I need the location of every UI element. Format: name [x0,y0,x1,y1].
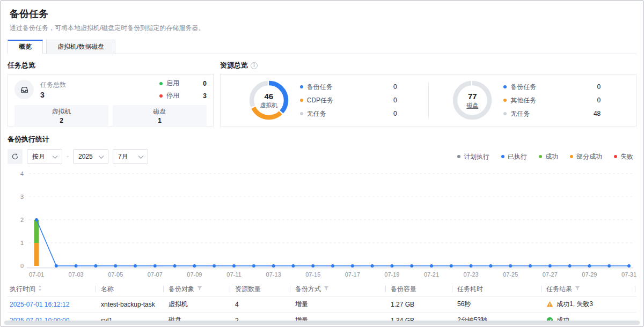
legend-dot-icon [503,85,507,88]
type-value: 2 [14,117,108,124]
svg-text:2: 2 [20,217,24,223]
resource-group: 77磁盘备份任务0其他任务0无任务48 [429,80,632,121]
legend-item: 备份任务0 [503,83,608,92]
donut-center: 77磁盘 [452,80,493,121]
column-header-3: 资源数量 [230,282,290,296]
column-header-label: 备份对象 [169,285,194,294]
sort-icon[interactable] [38,285,42,293]
backup-execution-chart: 0123407-0107-0307-0507-0707-0907-1107-13… [8,166,636,281]
svg-text:07-25: 07-25 [503,271,518,278]
year-select[interactable]: 2025 [73,149,108,164]
status-dot-icon [159,94,163,98]
cell-size: 1.27 GB [385,301,452,308]
chart-legend-item[interactable]: 失败 [614,152,633,161]
legend-dot-icon [300,112,303,115]
select-value: 按月 [32,152,45,161]
filter-icon[interactable] [575,285,580,293]
donut-value: 46 [264,92,273,101]
legend-label: 备份任务 [307,83,333,92]
task-overview-card: 任务总数 3 启用0停用3 虚拟机2磁盘1 [8,74,214,127]
type-box: 虚拟机2 [14,105,108,127]
type-box: 磁盘1 [113,105,207,127]
legend-label: 无任务 [307,109,326,118]
chart-legend-dot-icon [614,155,617,158]
column-header-label: 备份容量 [391,285,416,294]
cell-count: 4 [230,301,290,308]
chart-legend-label: 部分成功 [576,152,602,161]
table-header-row: 执行时间名称备份对象资源数量备份方式备份容量任务耗时任务结果 [8,282,636,296]
page-subtitle: 通过备份任务，可将本地虚拟机/磁盘定时备份到指定的存储服务器。 [10,24,634,33]
legend-label: 备份任务 [510,83,536,92]
chevron-down-icon [53,153,58,159]
chart-legend-item[interactable]: 计划执行 [457,152,489,161]
backup-stats-label: 备份执行统计 [8,135,49,144]
chart-legend-label: 已执行 [508,152,527,161]
legend-label: CDP任务 [307,96,333,105]
tab-0[interactable]: 概览 [8,40,43,54]
legend-item: 备份任务0 [300,83,405,92]
column-header-6: 任务耗时 [452,282,541,296]
result-text: 成功1, 失败3 [557,300,593,309]
resource-overview-card: 46虚拟机备份任务0CDP任务0无任务077磁盘备份任务0其他任务0无任务48 [220,74,636,127]
page: 备份任务 通过备份任务，可将本地虚拟机/磁盘定时备份到指定的存储服务器。 概览虚… [1,1,643,326]
stats-filters: 按月-20257月 [27,149,148,164]
tab-1[interactable]: 虚拟机/数据磁盘 [46,40,115,54]
filter-icon[interactable] [324,285,329,293]
type-value: 1 [113,117,207,124]
column-header-label: 资源数量 [235,285,261,294]
chart-legend-item[interactable]: 成功 [539,152,558,161]
section-title-backup-stats: 备份执行统计 [8,135,636,144]
task-type-summary: 虚拟机2磁盘1 [14,105,207,127]
svg-text:07-01: 07-01 [29,271,44,278]
period-type-select[interactable]: 按月 [27,149,62,164]
donut-chart: 77磁盘 [452,80,493,121]
status-label: 停用 [166,91,179,100]
column-header-2[interactable]: 备份对象 [163,282,230,296]
legend-value: 0 [597,83,609,91]
select-value: 2025 [78,153,93,160]
legend-dot-icon [503,99,507,102]
chart-legend-item[interactable]: 已执行 [501,152,527,161]
svg-text:07-23: 07-23 [464,271,479,278]
info-icon[interactable]: i [251,62,258,69]
cell-time[interactable]: 2025-07-01 16:12:12 [8,301,96,308]
resource-legend: 备份任务0其他任务0无任务48 [503,83,608,118]
tab-bar: 概览虚拟机/数据磁盘 [8,39,636,54]
legend-label: 其他任务 [510,96,536,105]
chart-legend: 计划执行已执行成功部分成功失败 [457,152,636,161]
status-value: 3 [203,92,207,100]
legend-value: 0 [393,96,405,104]
svg-text:07-29: 07-29 [582,271,597,278]
page-title: 备份任务 [10,8,634,20]
month-select[interactable]: 7月 [113,149,148,164]
column-header-0[interactable]: 执行时间 [8,282,96,296]
select-value: 7月 [118,152,128,161]
filter-icon[interactable] [197,285,202,293]
cell-target: 虚拟机 [163,300,230,309]
column-header-4[interactable]: 备份方式 [290,282,385,296]
status-value: 0 [203,80,207,87]
refresh-button[interactable] [8,149,23,164]
horizontal-scrollbar[interactable] [4,321,640,325]
svg-text:07-07: 07-07 [148,271,163,278]
legend-dot-icon [300,99,303,102]
cell-name: xntest-backup-task [96,301,163,308]
status-item: 启用0 [159,79,207,88]
cell-duration: 56秒 [452,300,541,309]
legend-value: 0 [597,96,609,104]
chart-legend-item[interactable]: 部分成功 [570,152,602,161]
svg-text:07-09: 07-09 [187,271,202,278]
donut-value: 77 [468,92,477,101]
donut-center: 46虚拟机 [248,80,289,121]
status-label: 启用 [166,79,179,88]
legend-value: 0 [393,110,405,117]
legend-item: 无任务0 [300,109,405,118]
column-header-7[interactable]: 任务结果 [541,282,636,296]
column-header-5: 备份容量 [385,282,452,296]
chevron-down-icon [99,153,104,159]
chevron-down-icon [138,153,144,159]
svg-text:07-17: 07-17 [345,271,360,278]
chart-legend-dot-icon [501,155,504,158]
filter-separator: - [67,153,69,160]
svg-text:07-15: 07-15 [305,271,320,278]
